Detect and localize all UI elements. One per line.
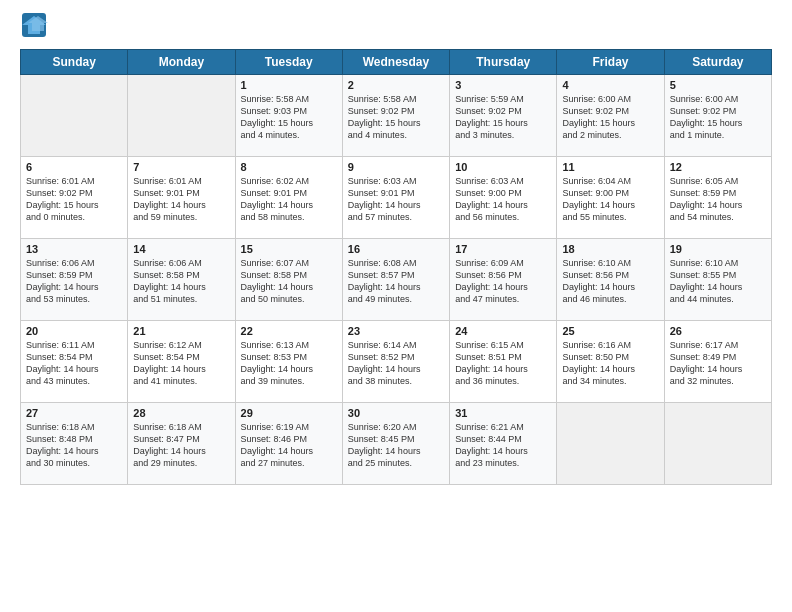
day-info: Sunrise: 6:17 AM Sunset: 8:49 PM Dayligh… xyxy=(670,339,766,388)
calendar-cell: 10Sunrise: 6:03 AM Sunset: 9:00 PM Dayli… xyxy=(450,157,557,239)
day-info: Sunrise: 6:08 AM Sunset: 8:57 PM Dayligh… xyxy=(348,257,444,306)
day-info: Sunrise: 5:59 AM Sunset: 9:02 PM Dayligh… xyxy=(455,93,551,142)
day-number: 4 xyxy=(562,79,658,91)
day-info: Sunrise: 6:01 AM Sunset: 9:01 PM Dayligh… xyxy=(133,175,229,224)
calendar-cell: 4Sunrise: 6:00 AM Sunset: 9:02 PM Daylig… xyxy=(557,75,664,157)
weekday-header-row: SundayMondayTuesdayWednesdayThursdayFrid… xyxy=(21,50,772,75)
calendar-cell: 2Sunrise: 5:58 AM Sunset: 9:02 PM Daylig… xyxy=(342,75,449,157)
day-number: 5 xyxy=(670,79,766,91)
day-number: 2 xyxy=(348,79,444,91)
day-info: Sunrise: 6:00 AM Sunset: 9:02 PM Dayligh… xyxy=(670,93,766,142)
day-number: 30 xyxy=(348,407,444,419)
day-number: 10 xyxy=(455,161,551,173)
day-number: 28 xyxy=(133,407,229,419)
day-info: Sunrise: 5:58 AM Sunset: 9:03 PM Dayligh… xyxy=(241,93,337,142)
weekday-header-sunday: Sunday xyxy=(21,50,128,75)
weekday-header-tuesday: Tuesday xyxy=(235,50,342,75)
day-info: Sunrise: 6:00 AM Sunset: 9:02 PM Dayligh… xyxy=(562,93,658,142)
page-header xyxy=(20,15,772,39)
calendar-week-4: 20Sunrise: 6:11 AM Sunset: 8:54 PM Dayli… xyxy=(21,321,772,403)
day-number: 31 xyxy=(455,407,551,419)
calendar-cell: 27Sunrise: 6:18 AM Sunset: 8:48 PM Dayli… xyxy=(21,403,128,485)
calendar-cell: 24Sunrise: 6:15 AM Sunset: 8:51 PM Dayli… xyxy=(450,321,557,403)
calendar-cell: 5Sunrise: 6:00 AM Sunset: 9:02 PM Daylig… xyxy=(664,75,771,157)
calendar-page: SundayMondayTuesdayWednesdayThursdayFrid… xyxy=(0,0,792,612)
day-number: 18 xyxy=(562,243,658,255)
day-info: Sunrise: 6:21 AM Sunset: 8:44 PM Dayligh… xyxy=(455,421,551,470)
calendar-cell: 13Sunrise: 6:06 AM Sunset: 8:59 PM Dayli… xyxy=(21,239,128,321)
calendar-cell: 9Sunrise: 6:03 AM Sunset: 9:01 PM Daylig… xyxy=(342,157,449,239)
day-number: 11 xyxy=(562,161,658,173)
weekday-header-friday: Friday xyxy=(557,50,664,75)
calendar-cell xyxy=(21,75,128,157)
weekday-header-saturday: Saturday xyxy=(664,50,771,75)
day-info: Sunrise: 6:06 AM Sunset: 8:58 PM Dayligh… xyxy=(133,257,229,306)
day-number: 14 xyxy=(133,243,229,255)
day-info: Sunrise: 6:20 AM Sunset: 8:45 PM Dayligh… xyxy=(348,421,444,470)
day-info: Sunrise: 6:04 AM Sunset: 9:00 PM Dayligh… xyxy=(562,175,658,224)
calendar-cell: 12Sunrise: 6:05 AM Sunset: 8:59 PM Dayli… xyxy=(664,157,771,239)
logo-icon xyxy=(20,11,48,39)
day-number: 16 xyxy=(348,243,444,255)
day-number: 23 xyxy=(348,325,444,337)
day-number: 29 xyxy=(241,407,337,419)
day-number: 19 xyxy=(670,243,766,255)
day-info: Sunrise: 6:10 AM Sunset: 8:55 PM Dayligh… xyxy=(670,257,766,306)
day-number: 21 xyxy=(133,325,229,337)
day-info: Sunrise: 6:15 AM Sunset: 8:51 PM Dayligh… xyxy=(455,339,551,388)
day-info: Sunrise: 5:58 AM Sunset: 9:02 PM Dayligh… xyxy=(348,93,444,142)
day-info: Sunrise: 6:03 AM Sunset: 9:00 PM Dayligh… xyxy=(455,175,551,224)
calendar-cell: 19Sunrise: 6:10 AM Sunset: 8:55 PM Dayli… xyxy=(664,239,771,321)
logo xyxy=(20,15,52,39)
day-info: Sunrise: 6:05 AM Sunset: 8:59 PM Dayligh… xyxy=(670,175,766,224)
day-number: 3 xyxy=(455,79,551,91)
calendar-table: SundayMondayTuesdayWednesdayThursdayFrid… xyxy=(20,49,772,485)
calendar-cell: 6Sunrise: 6:01 AM Sunset: 9:02 PM Daylig… xyxy=(21,157,128,239)
day-number: 6 xyxy=(26,161,122,173)
day-number: 9 xyxy=(348,161,444,173)
day-info: Sunrise: 6:10 AM Sunset: 8:56 PM Dayligh… xyxy=(562,257,658,306)
day-info: Sunrise: 6:02 AM Sunset: 9:01 PM Dayligh… xyxy=(241,175,337,224)
day-number: 12 xyxy=(670,161,766,173)
day-number: 17 xyxy=(455,243,551,255)
day-number: 15 xyxy=(241,243,337,255)
day-number: 1 xyxy=(241,79,337,91)
day-number: 25 xyxy=(562,325,658,337)
calendar-cell: 8Sunrise: 6:02 AM Sunset: 9:01 PM Daylig… xyxy=(235,157,342,239)
calendar-week-5: 27Sunrise: 6:18 AM Sunset: 8:48 PM Dayli… xyxy=(21,403,772,485)
day-info: Sunrise: 6:06 AM Sunset: 8:59 PM Dayligh… xyxy=(26,257,122,306)
day-info: Sunrise: 6:11 AM Sunset: 8:54 PM Dayligh… xyxy=(26,339,122,388)
day-info: Sunrise: 6:01 AM Sunset: 9:02 PM Dayligh… xyxy=(26,175,122,224)
calendar-cell: 30Sunrise: 6:20 AM Sunset: 8:45 PM Dayli… xyxy=(342,403,449,485)
calendar-cell: 18Sunrise: 6:10 AM Sunset: 8:56 PM Dayli… xyxy=(557,239,664,321)
calendar-week-3: 13Sunrise: 6:06 AM Sunset: 8:59 PM Dayli… xyxy=(21,239,772,321)
day-number: 8 xyxy=(241,161,337,173)
calendar-cell: 3Sunrise: 5:59 AM Sunset: 9:02 PM Daylig… xyxy=(450,75,557,157)
calendar-cell: 16Sunrise: 6:08 AM Sunset: 8:57 PM Dayli… xyxy=(342,239,449,321)
calendar-cell: 25Sunrise: 6:16 AM Sunset: 8:50 PM Dayli… xyxy=(557,321,664,403)
calendar-cell: 28Sunrise: 6:18 AM Sunset: 8:47 PM Dayli… xyxy=(128,403,235,485)
weekday-header-thursday: Thursday xyxy=(450,50,557,75)
calendar-cell: 1Sunrise: 5:58 AM Sunset: 9:03 PM Daylig… xyxy=(235,75,342,157)
calendar-cell: 23Sunrise: 6:14 AM Sunset: 8:52 PM Dayli… xyxy=(342,321,449,403)
calendar-cell: 20Sunrise: 6:11 AM Sunset: 8:54 PM Dayli… xyxy=(21,321,128,403)
day-info: Sunrise: 6:09 AM Sunset: 8:56 PM Dayligh… xyxy=(455,257,551,306)
day-number: 27 xyxy=(26,407,122,419)
day-info: Sunrise: 6:19 AM Sunset: 8:46 PM Dayligh… xyxy=(241,421,337,470)
day-info: Sunrise: 6:16 AM Sunset: 8:50 PM Dayligh… xyxy=(562,339,658,388)
calendar-cell: 11Sunrise: 6:04 AM Sunset: 9:00 PM Dayli… xyxy=(557,157,664,239)
day-number: 13 xyxy=(26,243,122,255)
calendar-cell: 29Sunrise: 6:19 AM Sunset: 8:46 PM Dayli… xyxy=(235,403,342,485)
day-info: Sunrise: 6:07 AM Sunset: 8:58 PM Dayligh… xyxy=(241,257,337,306)
calendar-cell: 14Sunrise: 6:06 AM Sunset: 8:58 PM Dayli… xyxy=(128,239,235,321)
day-info: Sunrise: 6:13 AM Sunset: 8:53 PM Dayligh… xyxy=(241,339,337,388)
calendar-cell: 7Sunrise: 6:01 AM Sunset: 9:01 PM Daylig… xyxy=(128,157,235,239)
day-info: Sunrise: 6:18 AM Sunset: 8:48 PM Dayligh… xyxy=(26,421,122,470)
day-info: Sunrise: 6:12 AM Sunset: 8:54 PM Dayligh… xyxy=(133,339,229,388)
day-number: 22 xyxy=(241,325,337,337)
calendar-cell: 21Sunrise: 6:12 AM Sunset: 8:54 PM Dayli… xyxy=(128,321,235,403)
calendar-cell xyxy=(664,403,771,485)
calendar-cell xyxy=(128,75,235,157)
calendar-cell: 15Sunrise: 6:07 AM Sunset: 8:58 PM Dayli… xyxy=(235,239,342,321)
day-number: 20 xyxy=(26,325,122,337)
